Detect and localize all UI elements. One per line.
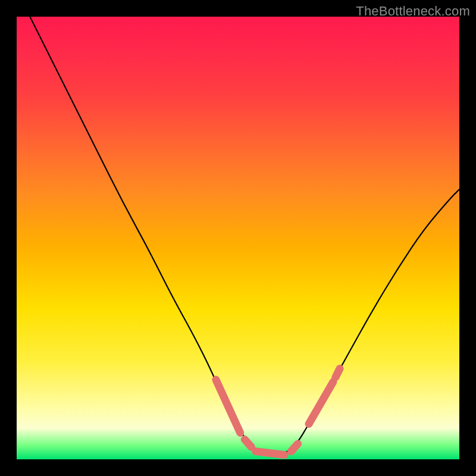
chart-container: TheBottleneck.com: [0, 0, 476, 476]
highlight-segment: [291, 444, 298, 452]
highlight-segment: [256, 452, 284, 455]
highlight-segment: [309, 382, 333, 424]
highlight-group: [216, 368, 340, 455]
highlight-segment: [216, 380, 240, 433]
highlight-segment: [245, 440, 251, 447]
highlight-segment: [336, 368, 340, 377]
curve-layer: [17, 17, 459, 459]
bottleneck-curve: [30, 17, 459, 455]
plot-area: [17, 17, 459, 459]
